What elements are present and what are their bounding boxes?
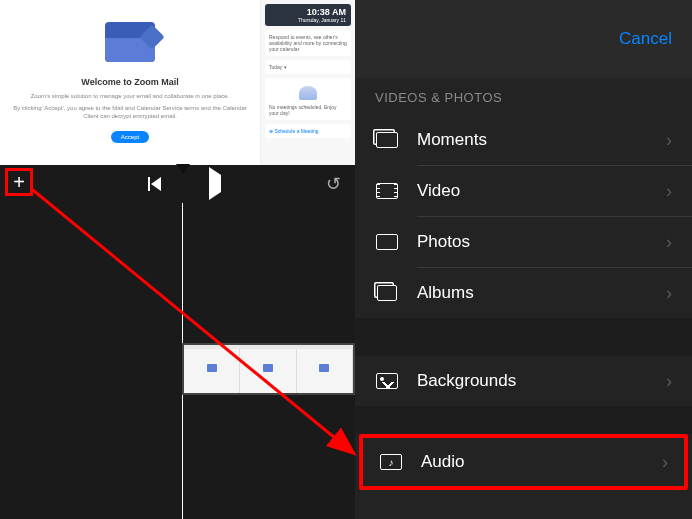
- row-label: Audio: [421, 452, 662, 472]
- preview-subtitle-2: By clicking 'Accept', you agree to the M…: [10, 105, 250, 121]
- media-picker-panel: Cancel VIDEOS & PHOTOS Moments › Video ›…: [355, 0, 692, 519]
- picker-row-albums[interactable]: Albums ›: [355, 268, 692, 318]
- albums-icon: [375, 283, 399, 303]
- cancel-button[interactable]: Cancel: [619, 29, 672, 49]
- annotation-highlight-audio: ♪ Audio ›: [359, 434, 688, 490]
- today-dropdown: Today ▾: [265, 60, 351, 74]
- picker-row-backgrounds[interactable]: Backgrounds ›: [355, 356, 692, 406]
- row-label: Moments: [417, 130, 666, 150]
- picker-row-video[interactable]: Video ›: [355, 166, 692, 216]
- preview-frame-main: Welcome to Zoom Mail Zoom's simple solut…: [0, 0, 260, 165]
- row-label: Photos: [417, 232, 666, 252]
- picker-list-videos-photos: Moments › Video › Photos › Albums ›: [355, 115, 692, 318]
- chevron-right-icon: ›: [666, 181, 672, 202]
- backgrounds-icon: [375, 371, 399, 391]
- section-gap: [355, 318, 692, 356]
- moments-icon: [375, 130, 399, 150]
- video-icon: [375, 181, 399, 201]
- playhead-marker[interactable]: [176, 164, 190, 174]
- play-button[interactable]: [209, 175, 221, 193]
- picker-row-audio[interactable]: ♪ Audio ›: [363, 438, 684, 486]
- chevron-right-icon: ›: [666, 232, 672, 253]
- schedule-meeting: ⊕ Schedule a Meeting: [265, 124, 351, 138]
- time-text: 10:38 AM: [270, 7, 346, 17]
- row-label: Albums: [417, 283, 666, 303]
- chevron-right-icon: ›: [666, 130, 672, 151]
- chevron-right-icon: ›: [662, 452, 668, 473]
- preview-subtitle: Zoom's simple solution to manage your em…: [31, 93, 230, 101]
- section-label-videos-photos: VIDEOS & PHOTOS: [355, 78, 692, 115]
- chevron-right-icon: ›: [666, 371, 672, 392]
- clip-thumbnail: [184, 345, 240, 393]
- audio-icon: ♪: [379, 452, 403, 472]
- video-preview[interactable]: Welcome to Zoom Mail Zoom's simple solut…: [0, 0, 355, 165]
- clip-thumbnail: [240, 345, 296, 393]
- envelope-icon: [105, 22, 155, 62]
- section-gap: [355, 406, 692, 434]
- no-meetings-text: No meetings scheduled. Enjoy your day!: [269, 104, 337, 116]
- picker-row-moments[interactable]: Moments ›: [355, 115, 692, 165]
- picker-header: Cancel: [355, 0, 692, 78]
- row-label: Backgrounds: [417, 371, 666, 391]
- row-label: Video: [417, 181, 666, 201]
- timeline-clip[interactable]: [182, 343, 355, 395]
- clip-thumbnail: [297, 345, 353, 393]
- no-meetings-block: No meetings scheduled. Enjoy your day!: [265, 78, 351, 120]
- add-media-button[interactable]: +: [5, 168, 33, 196]
- preview-frame-sidebar: 10:38 AM Thursday, January 11 Respond to…: [260, 0, 355, 165]
- time-badge: 10:38 AM Thursday, January 11: [265, 4, 351, 26]
- date-text: Thursday, January 11: [270, 17, 346, 23]
- calendar-hint: Respond to events, see other's availabil…: [265, 30, 351, 56]
- skip-to-start-button[interactable]: [148, 177, 161, 191]
- plus-icon: +: [13, 172, 25, 192]
- picker-row-photos[interactable]: Photos ›: [355, 217, 692, 267]
- chevron-right-icon: ›: [666, 283, 672, 304]
- photos-icon: [375, 232, 399, 252]
- timeline[interactable]: [0, 203, 355, 519]
- umbrella-icon: [299, 86, 317, 100]
- video-editor-panel: Welcome to Zoom Mail Zoom's simple solut…: [0, 0, 355, 519]
- undo-button[interactable]: ↺: [326, 173, 341, 195]
- accept-button: Accept: [111, 131, 149, 143]
- preview-title: Welcome to Zoom Mail: [81, 77, 178, 87]
